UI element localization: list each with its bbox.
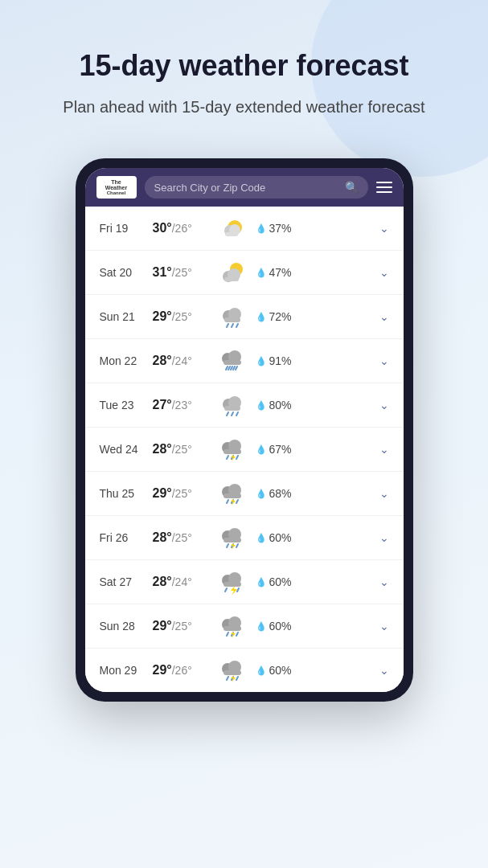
temp-low: 25° <box>175 531 192 544</box>
precip-display: 💧 60% <box>256 575 297 588</box>
svg-rect-51 <box>223 582 241 587</box>
precip-display: 💧 60% <box>256 664 297 677</box>
temp-display: 30°/26° <box>153 221 211 235</box>
app-logo: The Weather Channel <box>96 176 137 199</box>
phone-frame: The Weather Channel Search City or Zip C… <box>76 158 413 702</box>
temp-high: 29° <box>153 663 172 677</box>
svg-rect-7 <box>224 277 239 281</box>
app-header: The Weather Channel Search City or Zip C… <box>85 168 404 207</box>
day-label: Sat 20 <box>100 266 146 279</box>
temp-low: 25° <box>175 310 192 323</box>
precip-display: 💧 72% <box>256 310 297 323</box>
svg-rect-44 <box>223 538 241 542</box>
precip-value: 37% <box>269 222 292 235</box>
precip-icon: 💧 <box>256 665 267 676</box>
forecast-row-sat27[interactable]: Sat 27 28°/24° 💧 60% ⌄ <box>85 560 404 604</box>
precip-display: 💧 60% <box>256 531 297 544</box>
day-label: Fri 26 <box>100 531 146 544</box>
forecast-row-sun21[interactable]: Sun 21 29°/25° 💧 72% ⌄ <box>85 295 404 339</box>
precip-icon: 💧 <box>256 444 267 455</box>
temp-display: 29°/26° <box>153 663 211 678</box>
temp-display: 29°/25° <box>153 486 211 501</box>
temp-low: 25° <box>175 266 192 279</box>
forecast-row-fri19[interactable]: Fri 19 30°/26° 💧 37% ⌄ <box>85 207 404 251</box>
svg-rect-3 <box>225 232 238 236</box>
precip-display: 💧 37% <box>256 222 297 235</box>
svg-line-52 <box>225 588 227 592</box>
precip-icon: 💧 <box>256 533 267 543</box>
day-label: Sat 27 <box>100 575 146 588</box>
svg-line-65 <box>227 677 228 680</box>
menu-line-2 <box>376 186 392 188</box>
forecast-row-sun28[interactable]: Sun 28 29°/25° 💧 60% ⌄ <box>85 604 404 649</box>
svg-line-11 <box>227 324 228 327</box>
temp-high: 27° <box>153 398 172 411</box>
temp-high: 29° <box>153 309 172 323</box>
logo-line2: Weather <box>105 185 128 190</box>
temp-high: 29° <box>153 619 172 633</box>
svg-line-21 <box>233 366 235 370</box>
expand-chevron[interactable]: ⌄ <box>379 664 389 677</box>
menu-line-3 <box>376 191 392 193</box>
temp-display: 28°/24° <box>153 575 211 589</box>
forecast-row-mon22[interactable]: Mon 22 28°/24° 💧 91% ⌄ <box>85 339 404 383</box>
precip-icon: 💧 <box>256 268 267 278</box>
forecast-row-tue23[interactable]: Tue 23 27°/23° 💧 80% ⌄ <box>85 383 404 428</box>
forecast-row-thu25[interactable]: Thu 25 29°/25° 💧 68% ⌄ <box>85 472 404 516</box>
weather-icon <box>217 612 249 640</box>
precip-display: 💧 68% <box>256 487 297 500</box>
day-label: Mon 22 <box>100 354 146 367</box>
temp-high: 28° <box>153 530 172 544</box>
svg-line-47 <box>236 544 238 547</box>
hero-section: 15-day weather forecast Plan ahead with … <box>0 0 488 142</box>
day-label: Wed 24 <box>100 443 146 456</box>
svg-line-20 <box>228 366 230 370</box>
forecast-row-sat20[interactable]: Sat 20 31°/25° 💧 47% ⌄ <box>85 251 404 295</box>
weather-icon <box>217 524 249 551</box>
svg-line-17 <box>226 366 228 370</box>
expand-chevron[interactable]: ⌄ <box>379 399 389 411</box>
search-placeholder: Search City or Zip Code <box>154 182 338 194</box>
temp-display: 28°/25° <box>153 530 211 545</box>
precip-icon: 💧 <box>256 489 267 499</box>
menu-button[interactable] <box>376 182 392 193</box>
precip-icon: 💧 <box>256 356 267 366</box>
temp-low: 23° <box>175 399 192 411</box>
temp-display: 28°/24° <box>153 354 211 368</box>
svg-line-26 <box>232 412 233 416</box>
expand-chevron[interactable]: ⌄ <box>379 531 389 544</box>
expand-chevron[interactable]: ⌄ <box>379 266 389 279</box>
expand-chevron[interactable]: ⌄ <box>379 620 389 633</box>
svg-rect-24 <box>224 406 240 411</box>
temp-high: 31° <box>153 265 172 279</box>
precip-value: 47% <box>269 266 292 279</box>
precip-display: 💧 60% <box>256 620 297 633</box>
forecast-row-mon29[interactable]: Mon 29 29°/26° 💧 60% ⌄ <box>85 649 404 692</box>
temp-low: 24° <box>175 575 192 588</box>
hero-subtitle: Plan ahead with 15-day extended weather … <box>24 96 464 118</box>
expand-chevron[interactable]: ⌄ <box>379 310 389 323</box>
expand-chevron[interactable]: ⌄ <box>379 443 389 456</box>
temp-low: 24° <box>175 354 192 367</box>
weather-icon <box>217 215 249 242</box>
day-label: Sun 21 <box>100 310 146 323</box>
temp-high: 30° <box>153 221 172 235</box>
expand-chevron[interactable]: ⌄ <box>379 487 389 500</box>
hero-title: 15-day weather forecast <box>24 48 464 83</box>
svg-line-18 <box>231 366 232 370</box>
precip-display: 💧 67% <box>256 443 297 456</box>
temp-low: 26° <box>175 222 192 235</box>
expand-chevron[interactable]: ⌄ <box>379 354 389 367</box>
forecast-row-fri26[interactable]: Fri 26 28°/25° 💧 60% ⌄ <box>85 516 404 560</box>
forecast-row-wed24[interactable]: Wed 24 28°/25° 💧 67% ⌄ <box>85 428 404 472</box>
precip-value: 91% <box>269 354 292 367</box>
svg-marker-54 <box>231 586 237 596</box>
precip-icon: 💧 <box>256 621 267 632</box>
phone-screen: The Weather Channel Search City or Zip C… <box>85 168 404 692</box>
expand-chevron[interactable]: ⌄ <box>379 575 389 588</box>
expand-chevron[interactable]: ⌄ <box>379 222 389 235</box>
search-bar[interactable]: Search City or Zip Code 🔍 <box>145 176 368 199</box>
precip-value: 80% <box>269 399 292 411</box>
precip-value: 60% <box>269 575 292 588</box>
precip-icon: 💧 <box>256 577 267 588</box>
